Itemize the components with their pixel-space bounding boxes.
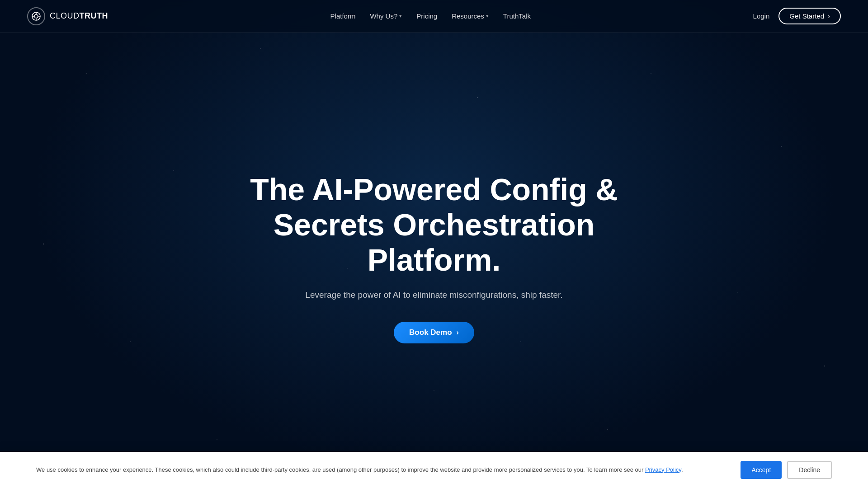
login-button[interactable]: Login: [753, 12, 770, 20]
hero-subtitle: Leverage the power of AI to eliminate mi…: [305, 288, 562, 302]
hero-section: The AI-Powered Config & Secrets Orchestr…: [0, 0, 868, 488]
arrow-right-icon: ›: [457, 328, 459, 337]
nav-resources[interactable]: Resources ▾: [452, 12, 489, 20]
cookie-text: We use cookies to enhance your experienc…: [36, 465, 722, 475]
chevron-down-icon: ▾: [399, 13, 402, 19]
brand-name: CLOUDTRUTH: [50, 11, 108, 21]
decline-button[interactable]: Decline: [787, 461, 832, 479]
svg-point-1: [34, 14, 38, 18]
nav-platform[interactable]: Platform: [330, 12, 356, 20]
privacy-policy-link[interactable]: Privacy Policy: [645, 466, 681, 473]
book-demo-button[interactable]: Book Demo ›: [394, 322, 474, 343]
arrow-right-icon: ›: [828, 12, 830, 20]
cookie-banner: We use cookies to enhance your experienc…: [0, 452, 868, 488]
get-started-button[interactable]: Get Started ›: [778, 8, 841, 24]
logo-icon: [27, 7, 45, 25]
nav-links: Platform Why Us? ▾ Pricing Resources ▾ T…: [330, 12, 531, 20]
chevron-down-icon: ▾: [486, 13, 489, 19]
nav-right: Login Get Started ›: [753, 8, 841, 24]
cookie-buttons: Accept Decline: [741, 461, 832, 479]
navbar: CLOUDTRUTH Platform Why Us? ▾ Pricing Re…: [0, 0, 868, 33]
nav-truthtalk[interactable]: TruthTalk: [503, 12, 531, 20]
hero-title: The AI-Powered Config & Secrets Orchestr…: [231, 172, 637, 278]
nav-why-us[interactable]: Why Us? ▾: [370, 12, 402, 20]
accept-button[interactable]: Accept: [741, 461, 782, 479]
nav-pricing[interactable]: Pricing: [416, 12, 437, 20]
logo[interactable]: CLOUDTRUTH: [27, 7, 108, 25]
